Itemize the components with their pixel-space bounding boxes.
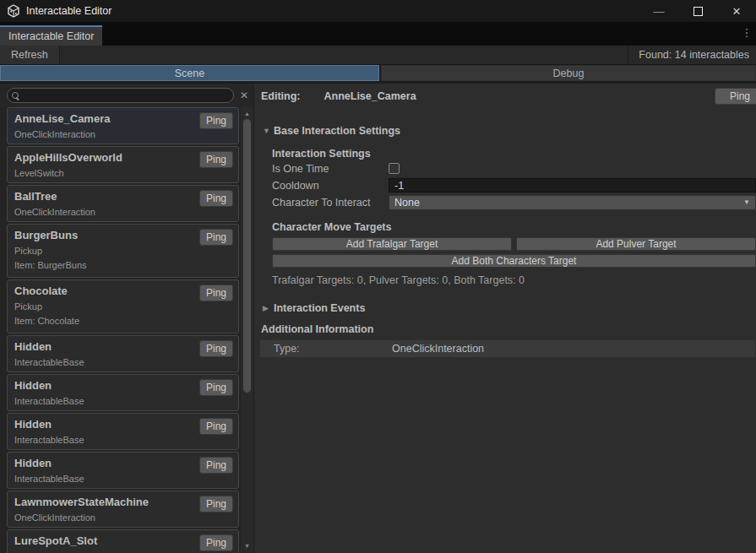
list-item[interactable]: BurgerBuns Pickup Item: BurgerBuns Ping	[7, 224, 239, 278]
scene-list-panel: ✕ AnneLise_Camera OneClickInteraction Pi…	[0, 84, 254, 553]
list-item-ping-button[interactable]: Ping	[199, 112, 233, 129]
add-both-row: Add Both Characters Target	[272, 254, 756, 268]
close-button[interactable]: ✕	[717, 0, 756, 22]
search-input[interactable]	[7, 88, 234, 103]
interaction-settings-header: Interaction Settings	[272, 148, 756, 160]
add-both-label: Add Both Characters Target	[452, 255, 577, 267]
inspector-ping-button[interactable]: Ping	[715, 88, 756, 105]
list-item-ping-button[interactable]: Ping	[199, 285, 233, 301]
window-title: Interactable Editor	[26, 5, 111, 17]
minimize-icon: —	[654, 5, 665, 18]
add-pulver-label: Add Pulver Target	[596, 238, 676, 250]
inspector-header: Editing: AnneLise_Camera	[261, 88, 756, 105]
cooldown-row: Cooldown -1	[272, 177, 756, 193]
list-item-ping-button[interactable]: Ping	[199, 151, 233, 168]
list-item-ping-button[interactable]: Ping	[199, 418, 233, 435]
list-item-type: LevelSwitch	[14, 168, 231, 179]
refresh-label: Refresh	[11, 49, 48, 61]
tab-scene[interactable]: Scene	[0, 65, 379, 81]
tab-debug[interactable]: Debug	[381, 65, 756, 81]
tab-menu-kebab-icon[interactable]: ⋮	[741, 27, 753, 38]
list-item[interactable]: Hidden InteractableBase Ping	[7, 452, 239, 489]
list-item-type: InteractableBase	[14, 396, 231, 407]
maximize-button[interactable]	[678, 0, 717, 22]
list-item[interactable]: LureSpotA_Slot Ping	[7, 529, 239, 553]
add-both-characters-target-button[interactable]: Add Both Characters Target	[272, 254, 756, 268]
window-controls: — ✕	[639, 0, 756, 22]
character-to-interact-label: Character To Interact	[272, 197, 389, 209]
scroll-up-icon[interactable]: ▲	[241, 107, 253, 119]
list-item-type: InteractableBase	[14, 435, 231, 446]
character-to-interact-dropdown[interactable]: None ▼	[389, 195, 756, 210]
list-item[interactable]: Chocolate Pickup Item: Chocolate Ping	[7, 279, 239, 333]
clear-search-button[interactable]: ✕	[237, 87, 252, 104]
interaction-events-foldout[interactable]: ▶ Interaction Events	[263, 302, 756, 314]
list-item-detail: Item: BurgerBuns	[14, 260, 231, 271]
type-label: Type:	[274, 343, 392, 355]
list-scrollbar[interactable]: ▲ ▼	[241, 107, 253, 553]
add-trafalgar-target-button[interactable]: Add Trafalgar Target	[272, 237, 512, 251]
list-item-type: InteractableBase	[14, 474, 231, 485]
scrollbar-thumb[interactable]	[243, 119, 251, 393]
close-icon: ✕	[732, 5, 742, 18]
foldout-open-icon: ▼	[263, 127, 274, 135]
base-settings-foldout[interactable]: ▼ Base Interaction Settings	[263, 125, 756, 137]
add-pulver-target-button[interactable]: Add Pulver Target	[516, 237, 756, 251]
scroll-down-icon[interactable]: ▼	[241, 539, 253, 551]
list-item-type: OneClickInteraction	[14, 207, 231, 218]
add-trafalgar-label: Add Trafalgar Target	[346, 238, 438, 250]
list-item-ping-button[interactable]: Ping	[199, 534, 233, 551]
is-one-time-checkbox[interactable]	[389, 163, 400, 174]
type-value: OneClickInteraction	[392, 343, 484, 355]
found-count-label: Found: 14 interactables	[628, 46, 756, 64]
interaction-settings-section: Interaction Settings Is One Time Cooldow…	[272, 148, 756, 314]
editor-tab-bar: Interactable Editor ⋮	[0, 22, 756, 46]
additional-info-header: Additional Information	[261, 323, 756, 335]
tab-label: Interactable Editor	[8, 30, 94, 42]
toolbar: Refresh Found: 14 interactables	[0, 46, 756, 65]
list-item-detail: Item: Chocolate	[14, 316, 231, 327]
tab-interactable-editor[interactable]: Interactable Editor	[0, 25, 102, 46]
cooldown-label: Cooldown	[272, 180, 389, 192]
editing-value: AnneLise_Camera	[324, 90, 416, 102]
is-one-time-row: Is One Time	[272, 160, 756, 176]
list-item[interactable]: Hidden InteractableBase Ping	[7, 335, 239, 372]
list-item[interactable]: BallTree OneClickInteraction Ping	[7, 185, 239, 222]
list-item-type: Pickup	[14, 301, 231, 312]
search-icon	[12, 92, 19, 100]
cooldown-field[interactable]: -1	[389, 178, 756, 192]
list-item[interactable]: AppleHillsOverworld LevelSwitch Ping	[7, 146, 239, 183]
targets-summary: Trafalgar Targets: 0, Pulver Targets: 0,…	[272, 274, 756, 286]
list-item-type: Pickup	[14, 246, 231, 257]
list-item-ping-button[interactable]: Ping	[199, 496, 233, 512]
inspector-panel: Editing: AnneLise_Camera Ping ▼ Base Int…	[254, 84, 756, 553]
inspector-ping-label: Ping	[730, 90, 750, 102]
list-item[interactable]: LawnmowerStateMachine OneClickInteractio…	[7, 491, 239, 528]
move-targets-header: Character Move Targets	[272, 221, 756, 233]
list-item-ping-button[interactable]: Ping	[199, 379, 233, 396]
foldout-closed-icon: ▶	[263, 304, 274, 312]
search-row: ✕	[0, 84, 253, 107]
refresh-button[interactable]: Refresh	[0, 46, 60, 64]
interactable-editor-window: Interactable Editor — ✕ Interactable Edi…	[0, 0, 756, 553]
editing-label: Editing:	[261, 90, 301, 102]
list-item-ping-button[interactable]: Ping	[199, 229, 233, 246]
type-row: Type: OneClickInteraction	[259, 339, 756, 358]
list-item-type: OneClickInteraction	[14, 129, 231, 140]
list-item-ping-button[interactable]: Ping	[199, 457, 233, 474]
list-item[interactable]: Hidden InteractableBase Ping	[7, 413, 239, 450]
list-item-ping-button[interactable]: Ping	[199, 190, 233, 207]
list-item[interactable]: Hidden InteractableBase Ping	[7, 374, 239, 411]
app-cube-icon	[7, 4, 20, 18]
view-tab-bar: Scene Debug	[0, 65, 756, 84]
minimize-button[interactable]: —	[639, 0, 678, 22]
list-item-type: OneClickInteraction	[14, 512, 231, 523]
move-target-buttons: Add Trafalgar Target Add Pulver Target	[272, 237, 756, 251]
tab-debug-label: Debug	[553, 68, 585, 79]
list-item-ping-button[interactable]: Ping	[199, 340, 233, 357]
title-bar: Interactable Editor — ✕	[0, 0, 756, 22]
cooldown-value: -1	[394, 180, 404, 192]
character-to-interact-row: Character To Interact None ▼	[272, 194, 756, 210]
list-item[interactable]: AnneLise_Camera OneClickInteraction Ping	[7, 107, 239, 144]
clear-search-icon: ✕	[240, 89, 248, 101]
